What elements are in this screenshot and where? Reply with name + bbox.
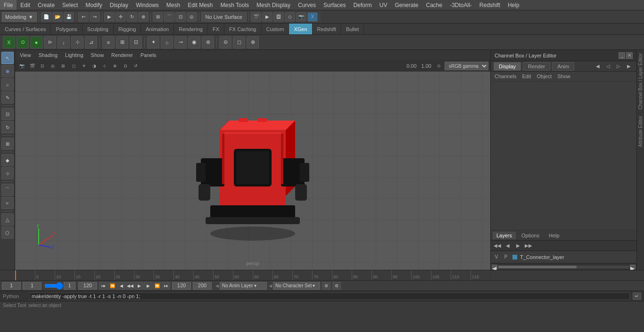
panel-minimize[interactable]: _	[619, 52, 625, 59]
show-link[interactable]: Show	[557, 73, 570, 79]
vtab-attribute-editor[interactable]: Attribute Editor	[637, 113, 644, 150]
mode-dropdown[interactable]: Modeling ▼	[2, 12, 37, 22]
command-input[interactable]	[29, 292, 630, 300]
xgen-icon3[interactable]: ●	[30, 36, 42, 49]
live-surface-button[interactable]: No Live Surface	[201, 12, 247, 22]
vp-wire-btn[interactable]: ⊞	[58, 62, 68, 70]
menu-curves[interactable]: Curves	[294, 0, 320, 10]
hypershade-button[interactable]: ◇	[285, 12, 295, 22]
weight-field[interactable]: 1	[64, 282, 75, 290]
xgen-icon1[interactable]: X	[3, 36, 15, 49]
scroll-right-btn[interactable]: ▶	[630, 265, 636, 269]
vp-menu-shading[interactable]: Shading	[37, 51, 59, 59]
vp-menu-lighting[interactable]: Lighting	[63, 51, 85, 59]
vp-smooth-btn[interactable]: ◻	[69, 62, 78, 70]
tab-animation[interactable]: Animation	[141, 24, 174, 34]
prev-key-btn[interactable]: ⏪	[108, 282, 116, 290]
xgen-icon8[interactable]: ≡	[102, 36, 115, 49]
channels-link[interactable]: Channels	[495, 73, 516, 79]
range-end-field[interactable]: 120	[172, 282, 191, 290]
vp-light-btn[interactable]: ☀	[79, 62, 89, 70]
timeline-track[interactable]: 5101520253035404550556065707580859095100…	[15, 270, 490, 280]
xgen-icon17[interactable]: ◻	[233, 36, 245, 49]
vp-cam-icon[interactable]: ⊙	[434, 62, 444, 70]
snap-point-button[interactable]: ⊡	[175, 12, 186, 22]
xgen-icon16[interactable]: ⊝	[219, 36, 231, 49]
select-tool-button[interactable]: ▶	[104, 12, 115, 22]
tab-fx-caching[interactable]: FX Caching	[224, 24, 261, 34]
render-view-button[interactable]: 🖼	[273, 12, 284, 22]
jump-end-btn[interactable]: ⏭	[162, 282, 170, 290]
tab-curves-surfaces[interactable]: Curves / Surfaces	[0, 24, 51, 34]
menu-deform[interactable]: Deform	[349, 0, 375, 10]
undo-button[interactable]: ↩	[78, 12, 89, 22]
snap-curve-button[interactable]: ⌒	[164, 12, 174, 22]
options-tab[interactable]: Options	[518, 232, 543, 239]
tab-bullet[interactable]: Bullet	[341, 24, 364, 34]
xgen-icon11[interactable]: ✦	[147, 36, 159, 49]
panel-nav-left2[interactable]: ◁	[603, 62, 613, 71]
curve-left[interactable]: ⌒	[1, 184, 14, 196]
jump-start-btn[interactable]: ⏮	[99, 282, 107, 290]
xgen-icon9[interactable]: ⊞	[116, 36, 128, 49]
viewport-grid[interactable]: x y z persp	[15, 50, 490, 270]
vp-menu-panels[interactable]: Panels	[139, 51, 158, 59]
tab-rigging[interactable]: Rigging	[114, 24, 141, 34]
menu-mesh-display[interactable]: Mesh Display	[253, 0, 294, 10]
panel-nav-right2[interactable]: ▷	[614, 62, 623, 71]
menu-uv[interactable]: UV	[376, 0, 391, 10]
material-left[interactable]: ◆	[1, 154, 14, 166]
snap-left[interactable]: ⊞	[1, 138, 14, 150]
layer-color-swatch[interactable]	[512, 255, 517, 259]
tab-sculpting[interactable]: Sculpting	[83, 24, 114, 34]
play-fwd-btn[interactable]: ▶	[135, 282, 143, 290]
anim-layer-select[interactable]: No Anim Layer ▾	[220, 282, 267, 290]
play-back-btn[interactable]: ◀◀	[126, 282, 134, 290]
xgen-icon7[interactable]: ⊿	[85, 36, 97, 49]
xgen-icon14[interactable]: ◉	[188, 36, 200, 49]
vp-xray-btn[interactable]: ⊕	[110, 62, 120, 70]
xgen-icon18[interactable]: ⊕	[247, 36, 259, 49]
layers-nav-last[interactable]: ▶▶	[524, 242, 533, 250]
tab-display[interactable]: Display	[494, 62, 521, 71]
tab-render[interactable]: Render	[523, 62, 550, 71]
menu-display[interactable]: Display	[106, 0, 132, 10]
frame-field-1[interactable]: 1	[2, 282, 21, 290]
range-max-field[interactable]: 200	[193, 282, 212, 290]
char-set-select[interactable]: No Character Set ▾	[273, 282, 320, 290]
menu-help[interactable]: Help	[504, 0, 523, 10]
move-tool-left[interactable]: ⊕	[1, 65, 14, 77]
scroll-thumb[interactable]	[498, 266, 577, 268]
panel-nav-right[interactable]: ▶	[624, 62, 634, 71]
layers-nav-next[interactable]: ▶	[513, 242, 523, 250]
vp-cam-btn[interactable]: 📷	[17, 62, 26, 70]
tool14[interactable]: ⬡	[1, 227, 14, 239]
xgen-icon4[interactable]: ⊳	[44, 36, 56, 49]
snap-surface-button[interactable]: ◎	[187, 12, 197, 22]
tab-custom[interactable]: Custom	[262, 24, 289, 34]
vp-display-btn[interactable]: ⊹	[100, 62, 109, 70]
panel-nav-left[interactable]: ◀	[593, 62, 603, 71]
vp-isolate-btn[interactable]: ◎	[48, 62, 58, 70]
vp-aa-btn[interactable]: Ω	[121, 62, 130, 70]
vp-film-btn[interactable]: 🎬	[27, 62, 37, 70]
layer-visibility[interactable]: V	[493, 253, 500, 261]
menu-edit[interactable]: Edit	[17, 0, 34, 10]
menu-generate[interactable]: Generate	[391, 0, 422, 10]
sculpt-left[interactable]: ≈	[1, 197, 14, 209]
xgen-icon6[interactable]: ⊹	[71, 36, 83, 49]
menu-cache[interactable]: Cache	[422, 0, 446, 10]
open-file-button[interactable]: 📂	[52, 12, 63, 22]
xgen-icon13[interactable]: ⊸	[174, 36, 187, 49]
help-tab[interactable]: Help	[545, 232, 563, 239]
redo-button[interactable]: ↪	[90, 12, 100, 22]
snap-grid-button[interactable]: ⊞	[153, 12, 163, 22]
tab-polygons[interactable]: Polygons	[51, 24, 82, 34]
xgen-icon2[interactable]: ⊙	[17, 36, 29, 49]
xgen-icon12[interactable]: ⌂	[161, 36, 173, 49]
paint-tool-left[interactable]: ✎	[1, 91, 14, 104]
vp-refresh-btn[interactable]: ↺	[131, 62, 140, 70]
menu-surfaces[interactable]: Surfaces	[320, 0, 349, 10]
layer-playback[interactable]: P	[502, 253, 510, 261]
vp-menu-renderer[interactable]: Renderer	[109, 51, 135, 59]
